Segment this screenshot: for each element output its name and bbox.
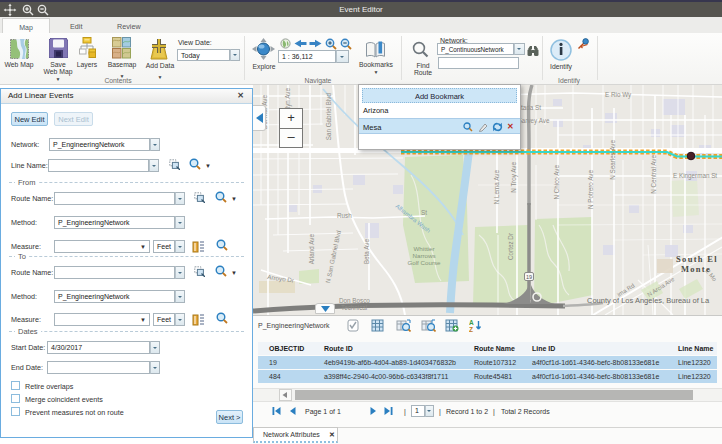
svg-text:N Chico Ave: N Chico Ave xyxy=(553,165,560,200)
svg-text:E Rio Wy: E Rio Wy xyxy=(605,91,632,99)
svg-text:Golf Course: Golf Course xyxy=(407,259,441,266)
svg-text:St: St xyxy=(421,209,427,216)
svg-text:Z: Z xyxy=(469,326,473,332)
svg-text:E Kingerman St: E Kingerman St xyxy=(673,172,717,180)
svg-text:Arland Ave: Arland Ave xyxy=(308,234,315,265)
svg-text:Narrows: Narrows xyxy=(412,252,435,259)
svg-text:Technical: Technical xyxy=(341,304,367,311)
svg-text:N Searles Ave: N Searles Ave xyxy=(609,140,616,180)
svg-text:Cortez Dr: Cortez Dr xyxy=(507,233,514,260)
svg-text:Monte: Monte xyxy=(681,264,711,274)
svg-text:County of Los Angeles, Bureau: County of Los Angeles, Bureau of La xyxy=(587,296,710,305)
svg-text:19: 19 xyxy=(526,274,532,280)
svg-text:San Gabriel Blvd: San Gabriel Blvd xyxy=(325,93,332,141)
svg-text:N Potrero Ave: N Potrero Ave xyxy=(587,170,594,210)
svg-text:A: A xyxy=(469,319,474,326)
svg-text:Rush: Rush xyxy=(337,212,352,219)
svg-text:N San Gabriel Blvd: N San Gabriel Blvd xyxy=(324,229,342,283)
svg-text:Whittier: Whittier xyxy=(414,245,435,252)
svg-text:Beta Ave: Beta Ave xyxy=(363,239,370,265)
svg-text:N Troy Ave: N Troy Ave xyxy=(510,162,518,193)
svg-text:N Central Ave: N Central Ave xyxy=(650,155,657,194)
svg-text:N Lema Ave: N Lema Ave xyxy=(493,170,500,205)
svg-text:Don Bosco: Don Bosco xyxy=(339,297,370,304)
svg-text:South El: South El xyxy=(676,254,718,264)
